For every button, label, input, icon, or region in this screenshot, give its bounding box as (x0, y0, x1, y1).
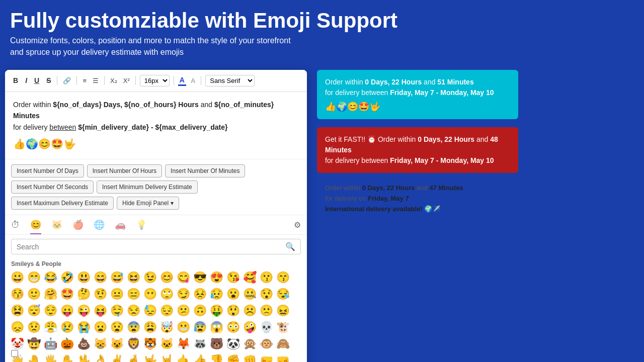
emoji-item[interactable]: 😶 (142, 286, 158, 302)
font-format-button[interactable]: A (189, 76, 197, 85)
strikethrough-button[interactable]: S (44, 75, 53, 85)
emoji-item[interactable]: 😨 (125, 319, 141, 335)
emoji-tab-objects[interactable]: 💡 (136, 219, 147, 234)
emoji-item[interactable]: 👎 (208, 352, 224, 362)
emoji-item[interactable]: 😤 (42, 319, 58, 335)
underline-button[interactable]: U (32, 75, 41, 85)
emoji-item[interactable]: 🙃 (192, 303, 208, 319)
emoji-item[interactable]: ☹️ (242, 303, 258, 319)
emoji-item[interactable]: 😯 (258, 286, 274, 302)
emoji-item[interactable]: 😗 (258, 269, 274, 286)
emoji-item[interactable]: 😔 (158, 303, 175, 319)
emoji-item[interactable]: 😐 (109, 286, 125, 302)
emoji-item[interactable]: 🐵 (258, 336, 274, 352)
emoji-item[interactable]: 💀 (258, 319, 274, 335)
italic-button[interactable]: I (23, 75, 29, 85)
emoji-item[interactable]: 🥰 (242, 269, 258, 286)
emoji-item[interactable]: 🦝 (192, 336, 208, 352)
emoji-item[interactable]: 😴 (26, 303, 42, 319)
emoji-item[interactable]: 😏 (175, 286, 191, 302)
emoji-item[interactable]: 🙄 (158, 286, 175, 302)
alt-text-checkbox[interactable] (11, 350, 18, 357)
emoji-tab-animals[interactable]: 🐱 (51, 219, 62, 234)
emoji-search-input[interactable] (17, 243, 285, 251)
emoji-item[interactable]: 🤙 (175, 352, 191, 362)
emoji-item[interactable]: 😢 (59, 319, 75, 335)
emoji-item[interactable]: 😉 (142, 269, 158, 286)
emoji-item[interactable]: 🤤 (109, 303, 125, 319)
emoji-item[interactable]: 😱 (208, 319, 224, 335)
emoji-item[interactable]: 😞 (9, 319, 25, 335)
emoji-item[interactable]: 🤘 (158, 352, 175, 362)
emoji-item[interactable]: 😎 (192, 269, 208, 286)
bold-button[interactable]: B (11, 75, 20, 85)
emoji-item[interactable]: 👍 (192, 352, 208, 362)
emoji-item[interactable]: 😑 (125, 286, 141, 302)
emoji-item[interactable]: 🤟 (142, 352, 158, 362)
emoji-item[interactable]: 😩 (142, 319, 158, 335)
emoji-item[interactable]: 🤔 (75, 286, 92, 302)
emoji-item[interactable]: 😋 (175, 269, 191, 286)
insert-min-delivery-button[interactable]: Insert Minimum Delivery Estimate (97, 180, 198, 194)
emoji-tab-smileys[interactable]: 😊 (30, 219, 41, 234)
emoji-item[interactable]: 😃 (75, 269, 92, 286)
emoji-item[interactable]: 😁 (26, 269, 42, 286)
emoji-item[interactable]: 😳 (225, 319, 241, 335)
emoji-item[interactable]: 😓 (142, 303, 158, 319)
superscript-icon[interactable]: X² (122, 76, 131, 85)
emoji-item[interactable]: 🤜 (275, 352, 291, 362)
emoji-item[interactable]: 😒 (125, 303, 141, 319)
emoji-item[interactable]: 😍 (208, 269, 224, 286)
emoji-item[interactable]: ✊ (225, 352, 241, 362)
insert-hours-button[interactable]: Insert Number Of Hours (87, 164, 162, 177)
insert-seconds-button[interactable]: Insert Number Of Seconds (11, 180, 94, 194)
unordered-list-icon[interactable]: ☰ (91, 76, 100, 85)
emoji-item[interactable]: 🤯 (158, 319, 175, 335)
emoji-item[interactable]: 😧 (109, 319, 125, 335)
emoji-item[interactable]: 🤗 (42, 286, 58, 302)
emoji-tab-travel[interactable]: 🌐 (94, 219, 105, 234)
emoji-tab-recent[interactable]: ⏱ (11, 220, 20, 234)
emoji-item[interactable]: 😚 (9, 286, 25, 302)
emoji-item[interactable]: 🤐 (242, 286, 258, 302)
emoji-item[interactable]: 😮 (225, 286, 241, 302)
emoji-item[interactable]: 😟 (26, 319, 42, 335)
font-size-select[interactable]: 16px 12px 14px 18px 24px (140, 75, 170, 86)
emoji-item[interactable]: 😄 (92, 269, 108, 286)
emoji-item[interactable]: 😀 (9, 269, 25, 286)
ordered-list-icon[interactable]: ≡ (81, 76, 88, 85)
emoji-item[interactable]: 🦊 (175, 336, 191, 352)
emoji-item[interactable]: 🐮 (275, 319, 291, 335)
emoji-item[interactable]: 😜 (75, 303, 92, 319)
emoji-item[interactable]: 🤣 (59, 269, 75, 286)
font-family-select[interactable]: Sans Serif Serif Monospace (205, 75, 255, 86)
emoji-item[interactable]: 😫 (9, 303, 25, 319)
subscript-icon[interactable]: X₂ (109, 76, 119, 85)
emoji-item[interactable]: 🤩 (59, 286, 75, 302)
emoji-item[interactable]: 😦 (92, 319, 108, 335)
emoji-item[interactable]: 🙊 (242, 336, 258, 352)
emoji-item[interactable]: 😥 (208, 286, 224, 302)
emoji-item[interactable]: 🐻 (208, 336, 224, 352)
emoji-item[interactable]: 🙁 (258, 303, 274, 319)
emoji-item[interactable]: 😘 (225, 269, 241, 286)
emoji-item[interactable]: 😰 (192, 319, 208, 335)
emoji-item[interactable]: 😣 (192, 286, 208, 302)
emoji-item[interactable]: 🤑 (208, 303, 224, 319)
insert-minutes-button[interactable]: Insert Number Of Minutes (165, 164, 245, 177)
editor-content[interactable]: Order within ${no_of_days} Days, ${no_of… (5, 92, 307, 159)
emoji-item[interactable]: 😆 (125, 269, 141, 286)
emoji-item[interactable]: 😅 (109, 269, 125, 286)
emoji-item[interactable]: 😕 (175, 303, 191, 319)
insert-max-delivery-button[interactable]: Insert Maximum Delivery Estimate (11, 197, 114, 210)
emoji-item[interactable]: 😲 (225, 303, 241, 319)
emoji-item[interactable]: 😙 (275, 269, 291, 286)
emoji-item[interactable]: 😛 (59, 303, 75, 319)
emoji-item[interactable]: 🐼 (225, 336, 241, 352)
emoji-tab-transport[interactable]: 🚗 (115, 219, 126, 234)
emoji-item[interactable]: 😪 (275, 286, 291, 302)
emoji-item[interactable]: 🤛 (258, 352, 274, 362)
emoji-item[interactable]: 😌 (42, 303, 58, 319)
emoji-item[interactable]: 😝 (92, 303, 108, 319)
emoji-item[interactable]: 👊 (242, 352, 258, 362)
